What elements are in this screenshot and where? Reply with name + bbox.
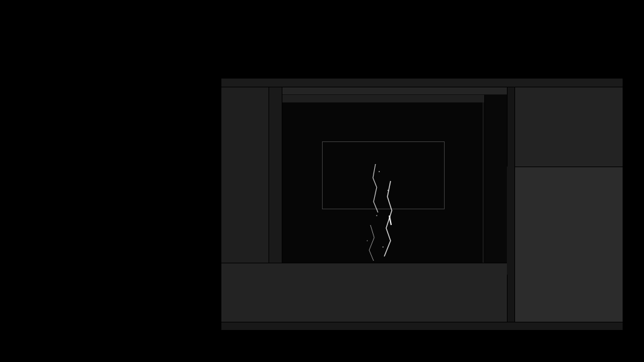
blender-window — [221, 79, 623, 330]
properties-tabs — [507, 167, 514, 275]
tool-settings-row — [282, 95, 511, 102]
outliner — [514, 87, 623, 167]
viewport-3d[interactable] — [282, 102, 482, 264]
presentation-slide — [0, 0, 644, 362]
properties-editor — [514, 167, 623, 322]
blender-topbar — [221, 79, 623, 87]
viewport-header — [282, 87, 511, 95]
graph-strip — [269, 87, 282, 264]
model-fragments — [352, 153, 408, 263]
channels-panel — [221, 87, 269, 264]
viewport-3d-secondary[interactable] — [484, 95, 507, 264]
timeline — [221, 263, 507, 322]
status-bar — [221, 322, 623, 330]
